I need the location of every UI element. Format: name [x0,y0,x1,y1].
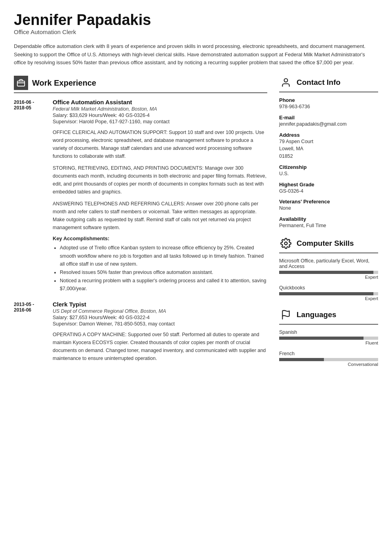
job-company-2: US Dept of Commerce Regional Office, Bos… [53,308,267,314]
flag-icon [279,308,293,322]
languages-section: Languages Spanish Fluent French Conversa… [279,308,378,367]
contact-citizenship-label: Citizenship [279,164,378,170]
lang-bar-fill-1 [279,358,324,361]
skill-bar-fill-1 [279,292,373,295]
job-company-1: Federal Milk Market Administration, Bost… [53,106,267,112]
contact-phone-label: Phone [279,97,378,103]
contact-citizenship: Citizenship U.S. [279,164,378,178]
job-desc-1-0: OFFICE CLERICAL AND AUTOMATION SUPPORT: … [53,128,267,160]
skill-block-0: Microsoft Office, particularly Excel, Wo… [279,258,378,279]
contact-address-label: Address [279,132,378,138]
summary-text: Dependable office automation clerk with … [14,42,378,67]
job-desc-2-0: OPERATING A COPY MACHINE: Supported over… [53,331,267,362]
contact-address-value: 79 Aspen CourtLowell, MA01852 [279,138,378,160]
skill-bar-bg-0 [279,271,378,274]
contact-highest-grade-value: GS-0326-4 [279,188,378,195]
contact-email-label: E-mail [279,115,378,121]
skill-bar-bg-1 [279,292,378,295]
contact-phone: Phone 978-963-6736 [279,97,378,111]
contact-icon [279,76,293,89]
job-desc-1-1: STORING, RETRIEVING, EDITING, AND PRINTI… [53,164,267,196]
work-experience-divider [14,92,267,93]
contact-availability: Availability Permanent, Full Time [279,216,378,230]
lang-bar-bg-0 [279,337,378,340]
lang-name-0: Spanish [279,329,378,335]
job-dates-2: 2013-05 - 2016-06 [14,301,46,366]
skill-name-1: Quickbooks [279,285,378,291]
svg-point-3 [284,78,288,82]
accomplishment-1-1: Resolved issues 50% faster than previous… [60,268,267,277]
contact-info-header: Contact Info [279,76,378,89]
right-column: Contact Info Phone 978-963-6736 E-mail j… [279,76,378,373]
contact-highest-grade: Highest Grade GS-0326-4 [279,182,378,195]
left-column: Work Experience 2016-06 - 2018-05 Office… [14,76,267,373]
skill-level-label-1: Expert [279,296,378,301]
lang-level-label-0: Fluent [279,341,378,345]
job-meta1-1: Salary: $33,629 Hours/Week: 40 GS-0326-4 [53,113,267,118]
computer-skills-divider [279,253,378,253]
job-title-2: Clerk Typist [53,301,267,308]
job-desc-1-2: ANSWERING TELEPHONES AND REFERRING CALLE… [53,200,267,232]
languages-title: Languages [297,310,336,319]
lang-level-label-1: Conversational [279,362,378,367]
computer-skills-header: Computer Skills [279,237,378,250]
contact-info-title: Contact Info [297,78,341,87]
languages-divider [279,324,378,325]
candidate-title: Office Automation Clerk [14,29,378,35]
contact-availability-value: Permanent, Full Time [279,222,378,230]
work-experience-section: Work Experience 2016-06 - 2018-05 Office… [14,76,267,366]
contact-email: E-mail jennifer.papadakis@gmail.com [279,115,378,128]
resume-header: Jennifer Papadakis Office Automation Cle… [14,12,378,35]
lang-block-1: French Conversational [279,351,378,367]
accomplishments-label-1: Key Accomplishments: [53,235,267,241]
lang-bar-bg-1 [279,358,378,361]
contact-veterans: Veterans' Preference None [279,199,378,212]
contact-veterans-label: Veterans' Preference [279,199,378,205]
accomplishments-list-1: Adopted use of Trello office Kanban syst… [53,244,267,293]
job-dates-1: 2016-06 - 2018-05 [14,99,46,293]
work-experience-title: Work Experience [32,78,96,88]
languages-header: Languages [279,308,378,322]
job-meta1-2: Salary: $27,653 Hours/Week: 40 GS-0322-4 [53,315,267,320]
computer-skills-title: Computer Skills [297,239,354,248]
job-block-1: 2016-06 - 2018-05 Office Automation Assi… [14,99,267,293]
contact-phone-value: 978-963-6736 [279,103,378,111]
contact-availability-label: Availability [279,216,378,222]
contact-citizenship-value: U.S. [279,170,378,178]
computer-skills-section: Computer Skills Microsoft Office, partic… [279,237,378,301]
lang-bar-fill-0 [279,337,363,340]
contact-address: Address 79 Aspen CourtLowell, MA01852 [279,132,378,160]
lang-name-1: French [279,351,378,356]
skill-block-1: Quickbooks Expert [279,285,378,301]
contact-veterans-value: None [279,205,378,212]
accomplishment-1-0: Adopted use of Trello office Kanban syst… [60,244,267,268]
candidate-name: Jennifer Papadakis [14,12,378,29]
job-meta2-2: Supervisor: Damon Weiner, 781-850-5053, … [53,321,267,327]
main-layout: Work Experience 2016-06 - 2018-05 Office… [14,76,378,373]
skill-level-label-0: Expert [279,275,378,279]
contact-info-section: Contact Info Phone 978-963-6736 E-mail j… [279,76,378,230]
lang-block-0: Spanish Fluent [279,329,378,345]
briefcase-icon [14,76,28,90]
contact-email-value: jennifer.papadakis@gmail.com [279,121,378,128]
contact-highest-grade-label: Highest Grade [279,182,378,188]
job-title-1: Office Automation Assistant [53,99,267,105]
job-content-2: Clerk Typist US Dept of Commerce Regiona… [53,301,267,366]
skill-bar-fill-0 [279,271,373,274]
contact-divider [279,92,378,92]
accomplishment-1-2: Noticed a recurring problem with a suppl… [60,277,267,293]
work-experience-header: Work Experience [14,76,267,90]
svg-rect-0 [17,81,25,86]
skill-name-0: Microsoft Office, particularly Excel, Wo… [279,258,378,269]
computer-icon [279,237,293,250]
svg-point-4 [285,242,287,245]
job-meta2-1: Supervisor: Harold Pope, 617-927-1160, m… [53,119,267,124]
job-block-2: 2013-05 - 2016-06 Clerk Typist US Dept o… [14,301,267,366]
job-content-1: Office Automation Assistant Federal Milk… [53,99,267,293]
